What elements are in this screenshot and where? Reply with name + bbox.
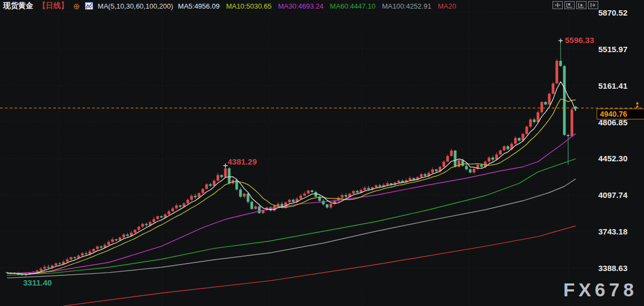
candle-body: [209, 184, 212, 186]
ma-settings-label: MA(5,10,30,60,100,200): [98, 2, 173, 10]
candle-body: [187, 200, 189, 203]
candle-body: [541, 102, 543, 112]
chart-style-icon[interactable]: [85, 2, 93, 10]
candle-body: [198, 193, 201, 197]
candle-body: [345, 195, 348, 197]
candle-body: [315, 192, 317, 197]
candle-body: [224, 168, 227, 177]
candle-body: [552, 83, 555, 94]
candle-body: [141, 224, 144, 226]
y-axis-label: 3743.18: [598, 227, 627, 236]
candle-body: [462, 160, 464, 166]
candle-body: [533, 119, 536, 122]
candle-body: [413, 178, 415, 180]
candle-body: [59, 264, 61, 264]
candle-body: [469, 169, 472, 173]
candle-body: [179, 205, 182, 207]
candle-body: [251, 202, 253, 209]
candle-body: [544, 102, 547, 105]
candle-body: [548, 94, 551, 104]
price-annotation: 4381.29: [228, 157, 257, 166]
ma-value: MA10:5030.65: [226, 2, 272, 10]
candle-body: [47, 267, 50, 268]
y-axis-label: 5515.97: [598, 45, 627, 54]
chart-header: 现货黄金 【日线】 ⊕ MA(5,10,30,60,100,200) MA5:4…: [3, 1, 463, 11]
watermark: FX678: [563, 279, 638, 301]
chart-toolbar: [553, 1, 598, 9]
price-annotation: 5596.33: [565, 35, 594, 45]
goto-latest-icon[interactable]: [588, 1, 598, 9]
candle-body: [96, 246, 99, 249]
candle-body: [254, 207, 257, 209]
candle-body: [537, 112, 540, 122]
symbol-name: 现货黄金: [3, 1, 33, 11]
candle-body: [213, 181, 216, 186]
move-icon[interactable]: [553, 1, 563, 9]
candle-body: [217, 175, 220, 181]
candle-body: [450, 151, 453, 156]
candle-body: [288, 200, 291, 202]
price-up-arrows-icon: ▲ ▲: [635, 101, 640, 108]
axis-play-icon[interactable]: [576, 1, 586, 9]
candle-body: [307, 190, 310, 194]
candle-body: [221, 175, 223, 177]
candle-body: [341, 195, 344, 198]
chart-window: 现货黄金 【日线】 ⊕ MA(5,10,30,60,100,200) MA5:4…: [0, 0, 644, 306]
candle-body: [488, 158, 491, 162]
candle-body: [108, 242, 110, 245]
candle-body: [431, 169, 434, 173]
candle-body: [247, 194, 250, 202]
candle-body: [571, 109, 574, 136]
candle-body: [277, 204, 280, 206]
candle-body: [386, 183, 389, 185]
candle-body: [134, 230, 137, 232]
add-compare-icon[interactable]: ⊕: [73, 3, 80, 10]
candlestick-chart[interactable]: [0, 0, 644, 306]
candle-body: [153, 219, 155, 222]
candle-body: [529, 119, 532, 126]
candle-body: [172, 208, 174, 211]
price-cross-marker: [223, 163, 228, 168]
candle-body: [175, 205, 178, 209]
candle-body: [322, 201, 325, 204]
candle-body: [375, 186, 378, 187]
axis-flag-icon[interactable]: [564, 1, 575, 9]
candle-body: [480, 165, 483, 167]
candle-body: [560, 61, 562, 66]
candle-body: [330, 204, 332, 208]
candle-body: [138, 227, 140, 230]
candle-body: [40, 269, 43, 271]
candle-body: [157, 216, 159, 219]
y-axis-label: 4452.30: [598, 154, 627, 163]
candle-body: [100, 246, 103, 247]
candle-body: [507, 146, 509, 150]
candle-body: [194, 196, 197, 197]
candle-body: [352, 191, 355, 194]
ma200-line: [63, 226, 576, 306]
candle-body: [556, 61, 558, 83]
candle-body: [356, 191, 359, 193]
candle-body: [518, 138, 521, 141]
ma-value: MA30:4693.24: [278, 2, 324, 10]
candle-body: [36, 271, 39, 272]
candle-body: [454, 151, 457, 167]
ma-value: MA60:4447.10: [330, 2, 376, 10]
candle-body: [379, 186, 381, 187]
candle-body: [55, 264, 58, 266]
ma60-line: [7, 159, 576, 275]
candle-body: [465, 166, 468, 169]
candle-body: [567, 135, 570, 136]
candle-body: [503, 146, 506, 151]
price-annotation: 3311.40: [23, 278, 52, 287]
candle-body: [398, 181, 400, 182]
interval-label: 【日线】: [38, 1, 68, 11]
candle-body: [409, 178, 412, 180]
candle-body: [367, 188, 370, 189]
candle-body: [145, 224, 148, 225]
candle-body: [435, 169, 438, 171]
y-axis-label: 5161.41: [598, 81, 627, 90]
ma-value: MA100:4252.91: [382, 2, 431, 10]
candle-body: [526, 127, 528, 134]
current-price-tag: 4940.76: [597, 109, 644, 119]
candle-body: [401, 181, 404, 182]
